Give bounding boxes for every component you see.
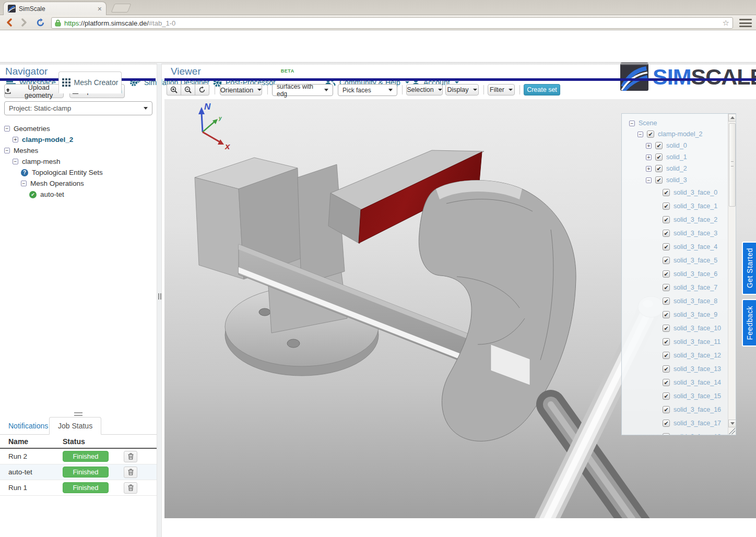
job-status-badge[interactable]: Finished [63, 482, 109, 493]
get-started-tab[interactable]: Get Started [742, 242, 756, 295]
render-mode-select[interactable]: surfaces with edg [272, 84, 333, 96]
collapse-icon[interactable]: − [646, 177, 652, 183]
back-button[interactable] [3, 16, 17, 29]
expand-icon[interactable]: + [646, 154, 652, 160]
zoom-out-button[interactable] [181, 84, 195, 96]
visibility-checkbox[interactable]: ✔ [663, 257, 670, 264]
scene-node-solid_3_face_2[interactable]: ✔solid_3_face_2 [622, 213, 728, 226]
visibility-checkbox[interactable]: ✔ [663, 365, 670, 373]
jobs-panel-drag-handle[interactable] [74, 412, 82, 416]
pick-mode-select[interactable]: Pick faces [338, 84, 397, 96]
tree-item-clamp-model-2[interactable]: +clamp-model_2 [0, 134, 156, 145]
visibility-checkbox[interactable]: ✔ [663, 352, 670, 359]
collapse-icon[interactable]: − [4, 126, 10, 132]
new-tab-button[interactable] [111, 4, 132, 13]
tab-job-status[interactable]: Job Status [49, 417, 101, 435]
scene-node-solid_3_face_15[interactable]: ✔solid_3_face_15 [622, 389, 728, 403]
expand-icon[interactable]: + [13, 137, 18, 142]
visibility-checkbox[interactable]: ✔ [663, 420, 670, 427]
visibility-checkbox[interactable]: ✔ [663, 325, 670, 332]
browser-tab[interactable]: SimScale × [3, 2, 107, 15]
scene-node-solid_3_face_3[interactable]: ✔solid_3_face_3 [622, 226, 728, 240]
scene-node-solid_3_face_17[interactable]: ✔solid_3_face_17 [622, 416, 728, 430]
visibility-checkbox[interactable]: ✔ [655, 176, 663, 184]
visibility-checkbox[interactable]: ✔ [663, 270, 670, 278]
job-status-badge[interactable]: Finished [63, 467, 109, 478]
collapse-icon[interactable]: − [21, 181, 27, 186]
orientation-button[interactable]: Orientation [220, 84, 262, 96]
collapse-icon[interactable]: − [13, 159, 18, 164]
reload-button[interactable] [33, 16, 47, 29]
delete-job-button[interactable] [124, 451, 137, 462]
tab-notifications[interactable]: Notifications [0, 417, 56, 435]
panel-splitter[interactable] [157, 63, 162, 537]
expand-icon[interactable]: + [646, 166, 652, 172]
visibility-checkbox[interactable]: ✔ [663, 392, 670, 400]
scene-node-solid_3_face_4[interactable]: ✔solid_3_face_4 [622, 240, 728, 254]
scene-node-solid_3_face_7[interactable]: ✔solid_3_face_7 [622, 281, 728, 294]
scene-node-solid_3_face_12[interactable]: ✔solid_3_face_12 [622, 349, 728, 362]
collapse-icon[interactable]: − [4, 148, 10, 153]
scene-scrollbar[interactable] [728, 114, 736, 435]
collapse-icon[interactable]: − [629, 121, 635, 126]
scene-node-solid_1[interactable]: +✔solid_1 [622, 151, 728, 163]
scene-node-solid_3_face_5[interactable]: ✔solid_3_face_5 [622, 254, 728, 267]
scene-node-solid_3_face_13[interactable]: ✔solid_3_face_13 [622, 362, 728, 376]
scroll-down-button[interactable] [728, 420, 736, 427]
tab-close-icon[interactable]: × [98, 5, 102, 13]
expand-icon[interactable]: + [646, 143, 652, 149]
scene-root[interactable]: −Scene [622, 118, 728, 128]
visibility-checkbox[interactable]: ✔ [663, 230, 670, 237]
display-button[interactable]: Display [445, 84, 479, 96]
scene-node-solid_3_face_1[interactable]: ✔solid_3_face_1 [622, 199, 728, 213]
3d-viewport[interactable]: N y x −Scene−✔clamp-model_2+✔solid_0+✔so… [164, 99, 756, 518]
tree-item-topological-entity-sets[interactable]: ?Topological Entity Sets [0, 167, 156, 178]
scene-node-solid_3_face_0[interactable]: ✔solid_3_face_0 [622, 186, 728, 199]
scene-node-solid_3_face_9[interactable]: ✔solid_3_face_9 [622, 308, 728, 321]
delete-job-button[interactable] [124, 467, 137, 478]
scene-node-solid_3_face_14[interactable]: ✔solid_3_face_14 [622, 376, 728, 389]
visibility-checkbox[interactable]: ✔ [663, 243, 670, 250]
tree-item-clamp-mesh[interactable]: −clamp-mesh [0, 156, 156, 167]
feedback-tab[interactable]: Feedback [742, 299, 756, 347]
zoom-in-button[interactable] [167, 84, 181, 96]
create-set-button[interactable]: Create set [524, 84, 560, 96]
visibility-checkbox[interactable]: ✔ [663, 311, 670, 318]
filter-button[interactable]: Filter [488, 84, 515, 96]
delete-job-button[interactable] [124, 482, 137, 494]
scene-node-solid_3_face_8[interactable]: ✔solid_3_face_8 [622, 294, 728, 308]
scene-node-solid_3_face_11[interactable]: ✔solid_3_face_11 [622, 335, 728, 349]
scene-node-solid_3_face_16[interactable]: ✔solid_3_face_16 [622, 403, 728, 416]
visibility-checkbox[interactable]: ✔ [655, 142, 663, 149]
browser-menu-icon[interactable] [739, 19, 752, 27]
scrollbar-thumb[interactable] [729, 123, 736, 207]
visibility-checkbox[interactable]: ✔ [663, 297, 670, 305]
visibility-checkbox[interactable]: ✔ [663, 202, 670, 210]
tree-item-auto-tet[interactable]: ✔auto-tet [0, 189, 156, 200]
visibility-checkbox[interactable]: ✔ [663, 284, 670, 291]
forward-button[interactable] [17, 16, 30, 29]
scene-node-solid_0[interactable]: +✔solid_0 [622, 140, 728, 151]
bookmark-star-icon[interactable]: ☆ [723, 18, 729, 28]
project-select[interactable]: Project: Static-clamp [4, 101, 152, 115]
visibility-checkbox[interactable]: ✔ [663, 433, 670, 435]
job-status-badge[interactable]: Finished [63, 451, 109, 462]
scene-node-solid_2[interactable]: +✔solid_2 [622, 163, 728, 174]
tree-item-mesh-operations[interactable]: −Mesh Operations [0, 178, 156, 189]
scroll-up-button[interactable] [728, 114, 736, 122]
scene-node-solid_3_face_18[interactable]: ✔solid_3_face_18 [622, 430, 728, 435]
visibility-checkbox[interactable]: ✔ [655, 153, 663, 161]
visibility-checkbox[interactable]: ✔ [663, 338, 670, 345]
scene-node-solid_3_face_6[interactable]: ✔solid_3_face_6 [622, 267, 728, 281]
panel-resize-grip[interactable] [729, 428, 735, 434]
nav-mesh-creator[interactable]: Mesh Creator [58, 71, 122, 93]
visibility-checkbox[interactable]: ✔ [663, 406, 670, 413]
refresh-view-button[interactable] [195, 84, 209, 96]
scene-node-solid_3_face_10[interactable]: ✔solid_3_face_10 [622, 321, 728, 335]
collapse-icon[interactable]: − [637, 132, 643, 137]
visibility-checkbox[interactable]: ✔ [663, 216, 670, 223]
upload-geometry-button[interactable]: Upload geometry [4, 84, 64, 98]
visibility-checkbox[interactable]: ✔ [663, 379, 670, 386]
visibility-checkbox[interactable]: ✔ [647, 130, 654, 138]
visibility-checkbox[interactable]: ✔ [655, 165, 663, 172]
